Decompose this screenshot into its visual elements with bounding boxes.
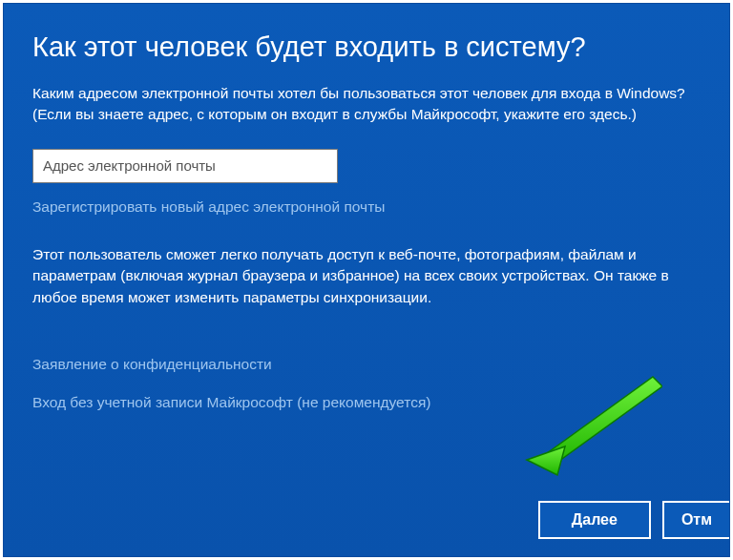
cancel-button[interactable]: Отм: [662, 501, 729, 539]
email-input[interactable]: [32, 149, 338, 183]
dialog-title: Как этот человек будет входить в систему…: [32, 31, 701, 64]
privacy-statement-link[interactable]: Заявление о конфиденциальности: [32, 356, 272, 373]
annotation-arrow-icon: [510, 372, 662, 477]
sign-in-without-account-link[interactable]: Вход без учетной записи Майкрософт (не р…: [32, 394, 430, 411]
sync-info-text: Этот пользователь сможет легко получать …: [32, 244, 701, 308]
svg-marker-0: [543, 377, 662, 466]
register-email-link[interactable]: Зарегистрировать новый адрес электронной…: [32, 198, 385, 216]
account-setup-dialog: Как этот человек будет входить в систему…: [3, 3, 730, 557]
next-button[interactable]: Далее: [538, 501, 651, 539]
instruction-text: Каким адресом электронной почты хотел бы…: [32, 83, 701, 126]
svg-marker-1: [527, 446, 565, 475]
button-bar: Далее Отм: [538, 501, 729, 539]
